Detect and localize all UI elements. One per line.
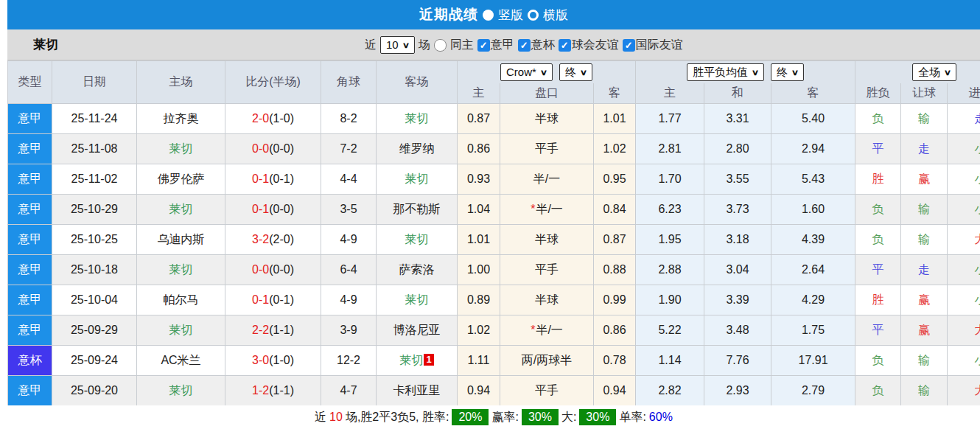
corners: 4-4	[321, 164, 377, 195]
result-handicap: 输	[901, 195, 948, 225]
radio-unselected-icon[interactable]	[528, 10, 539, 21]
match-row: 意甲 25-11-02 佛罗伦萨 0-1(0-1) 4-4 莱切 0.93 *半…	[8, 164, 980, 195]
layout-vertical-option[interactable]: 竖版	[483, 7, 523, 24]
odds-home: 2.88	[636, 255, 704, 285]
odds-draw: 3.48	[704, 315, 771, 346]
ah-away-odds: 0.99	[594, 285, 636, 315]
match-row: 意甲 25-11-08 莱切 0-0(0-0) 7-2 维罗纳 0.86 *平手…	[8, 134, 980, 164]
ah-home-odds: 1.00	[458, 255, 500, 285]
odds-draw: 2.93	[704, 376, 771, 406]
handicap-text: 半球	[535, 112, 559, 125]
scope-dropdown-group: 全场 ∨	[855, 61, 980, 83]
handicap-time-select[interactable]: 终 ∨	[559, 63, 592, 81]
match-type: 意甲	[8, 225, 52, 255]
league-filter-intl-friendly[interactable]: ✓ 国际友谊	[623, 38, 683, 53]
result-handicap: 赢	[901, 315, 948, 346]
match-type: 意甲	[8, 164, 52, 195]
score-halftime: (0-0)	[269, 142, 294, 155]
result-ou: 小	[948, 195, 980, 225]
handicap-line: *半/一	[500, 195, 594, 225]
match-row: 意甲 25-10-18 莱切 0-0(0-0) 6-4 萨索洛 1.00 *平手…	[8, 255, 980, 285]
away-team: 博洛尼亚	[393, 324, 441, 336]
handicap-line: *半球	[500, 225, 594, 255]
score-halftime: (0-1)	[269, 293, 294, 306]
handicap-time-value: 终	[565, 66, 576, 79]
ah-rate-label: 赢率:	[491, 410, 518, 425]
league-filter-serie-a[interactable]: ✓ 意甲	[477, 38, 514, 53]
handicap-line: *两/两球半	[500, 346, 594, 376]
euro-time-select[interactable]: 终 ∨	[771, 63, 804, 81]
odds-away: 2.79	[771, 376, 855, 406]
checkbox-checked-icon[interactable]: ✓	[559, 39, 571, 52]
checkbox-checked-icon[interactable]: ✓	[623, 39, 635, 52]
match-row: 意甲 25-09-29 莱切 2-2(1-1) 3-9 博洛尼亚 1.02 *半…	[8, 315, 980, 346]
league-filter-coppa[interactable]: ✓ 意杯	[518, 38, 555, 53]
odds-home: 5.22	[636, 315, 704, 346]
score-halftime: (0-0)	[269, 263, 294, 276]
single-rate-label: 单率:	[619, 410, 645, 425]
odds-draw: 3.04	[704, 255, 771, 285]
corners: 6-4	[321, 255, 377, 285]
score-halftime: (0-0)	[269, 203, 294, 215]
win-rate-badge: 20%	[452, 409, 489, 425]
odds-draw: 7.76	[704, 346, 771, 376]
same-home-checkbox[interactable]	[434, 39, 447, 52]
layout-horizontal-option[interactable]: 横版	[528, 7, 568, 24]
corners: 8-2	[321, 104, 377, 134]
corners: 4-9	[321, 285, 377, 315]
match-type: 意杯	[8, 346, 52, 376]
away-team-cell: 那不勒斯	[377, 195, 458, 225]
away-team: 维罗纳	[399, 142, 435, 155]
result-handicap: 输	[901, 104, 948, 134]
handicap-line: *半球	[500, 285, 594, 315]
chevron-down-icon: ∨	[402, 38, 409, 52]
odds-draw: 3.31	[704, 104, 771, 134]
ah-home-odds: 0.93	[458, 164, 500, 195]
euro-time-value: 终	[777, 66, 788, 79]
match-date: 25-11-24	[52, 104, 137, 134]
ah-away-odds: 0.86	[594, 315, 636, 346]
odds-home: 2.82	[636, 376, 704, 406]
handicap-line: *平手	[500, 255, 594, 285]
score-halftime: (1-1)	[269, 384, 294, 397]
ah-home-odds: 0.87	[458, 104, 500, 134]
col-header-home: 主场	[137, 61, 225, 104]
odds-company-value: Crow*	[506, 66, 536, 79]
col-header-odds-draw: 和	[704, 83, 771, 104]
odds-draw: 3.39	[704, 285, 771, 315]
corners: 3-9	[321, 315, 377, 346]
handicap-line: *平手	[500, 376, 594, 406]
panel-title: 近期战绩	[419, 5, 478, 24]
handicap-star: *	[531, 324, 535, 336]
away-team-cell: 莱切	[377, 285, 458, 315]
results-table: 类型 日期 主场 比分(半场) 角球 客场 Crow* ∨ 终 ∨	[7, 60, 980, 406]
red-card-badge: 1	[424, 354, 433, 366]
odds-draw: 2.80	[704, 134, 771, 164]
scope-select[interactable]: 全场 ∨	[912, 63, 956, 81]
handicap-text: 平手	[535, 384, 559, 397]
score-fulltime: 0-1	[252, 293, 269, 306]
match-count-select[interactable]: 10 ∨	[380, 36, 415, 54]
col-header-score: 比分(半场)	[225, 61, 321, 104]
match-score: 0-0(0-0)	[225, 255, 321, 285]
league-filter-club-friendly[interactable]: ✓ 球会友谊	[559, 38, 619, 53]
score-halftime: (1-1)	[269, 324, 294, 336]
col-header-type: 类型	[8, 61, 52, 104]
result-handicap: 输	[901, 225, 948, 255]
odds-company-select[interactable]: Crow* ∨	[500, 63, 553, 81]
match-row: 意甲 25-09-20 莱切 1-2(1-1) 4-7 卡利亚里 0.94 *平…	[8, 376, 980, 406]
match-row: 意甲 25-11-24 拉齐奥 2-0(1-0) 8-2 莱切 0.87 *半球…	[8, 104, 980, 134]
radio-selected-icon[interactable]	[483, 10, 494, 21]
handicap-text: 平手	[535, 263, 559, 276]
checkbox-checked-icon[interactable]: ✓	[518, 39, 531, 52]
handicap-text: 半/一	[536, 203, 562, 215]
col-header-ah-home: 主	[458, 83, 500, 104]
odds-away: 1.60	[771, 195, 855, 225]
checkbox-checked-icon[interactable]: ✓	[477, 39, 490, 52]
result-ou: 小	[948, 164, 980, 195]
chevron-down-icon: ∨	[752, 66, 759, 79]
result-ou: 小	[948, 134, 980, 164]
euro-odds-select[interactable]: 胜平负均值 ∨	[687, 63, 764, 81]
result-wdl: 负	[855, 104, 901, 134]
match-score: 0-1(0-1)	[225, 285, 321, 315]
